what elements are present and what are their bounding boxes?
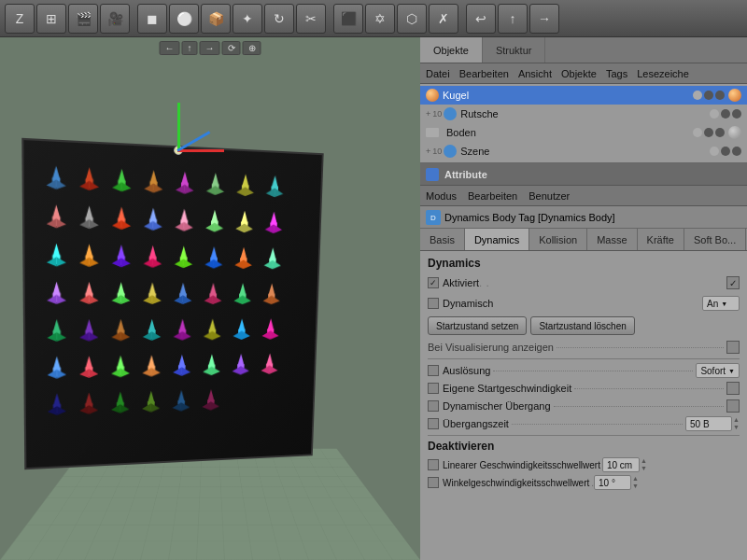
- svg-marker-94: [264, 260, 273, 270]
- tab-dynamics[interactable]: Dynamics: [465, 229, 529, 250]
- uebergang-value-cb[interactable]: [726, 399, 740, 413]
- svg-marker-64: [52, 244, 60, 257]
- attr-icon: [426, 168, 439, 181]
- svg-marker-108: [148, 282, 156, 295]
- obj-row-szene[interactable]: + 10 Szene: [420, 142, 747, 161]
- tab-masse[interactable]: Masse: [587, 229, 637, 250]
- obj-dot1-boden: [693, 128, 702, 137]
- uebergang-checkbox[interactable]: [428, 400, 439, 412]
- prop-row-auslosung: Auslösung Sofort: [428, 362, 740, 379]
- auslosung-checkbox[interactable]: [428, 365, 439, 376]
- svg-marker-23: [215, 186, 224, 195]
- svg-marker-131: [57, 332, 66, 342]
- tab-struktur[interactable]: Struktur: [483, 37, 546, 63]
- toolbar-icon-arrow1[interactable]: ↩: [466, 4, 496, 34]
- svg-marker-118: [204, 295, 214, 304]
- aktiviert-checkmark[interactable]: ✓: [726, 276, 740, 289]
- toolbar-icon-arrow2[interactable]: ↑: [498, 4, 528, 34]
- obj-sphere-icon-kugel: [728, 89, 741, 102]
- attribute-section: Attribute Modus Bearbeiten Benutzer D Dy…: [420, 163, 747, 560]
- linear-checkbox[interactable]: [428, 459, 439, 470]
- uebergangszeit-input[interactable]: 50 B: [685, 416, 732, 431]
- startgeschwindigkeit-checkbox[interactable]: [428, 383, 439, 394]
- menu-datei[interactable]: Datei: [426, 68, 450, 79]
- winkel-input[interactable]: 10 °: [594, 475, 631, 490]
- linear-down[interactable]: ▼: [641, 465, 647, 472]
- attr-header: Attribute: [420, 163, 747, 186]
- winkel-up[interactable]: ▲: [632, 475, 639, 483]
- svg-marker-110: [143, 295, 152, 304]
- dynamisch-checkbox[interactable]: [428, 298, 439, 309]
- toolbar-icon-arrow3[interactable]: →: [529, 4, 559, 34]
- linear-value: 10 cm ▲ ▼: [602, 457, 647, 472]
- svg-marker-162: [48, 370, 57, 379]
- toolbar-icon-misc1[interactable]: ⬛: [333, 4, 363, 34]
- uebergangszeit-checkbox[interactable]: [428, 418, 439, 429]
- svg-marker-175: [151, 368, 161, 377]
- svg-marker-138: [111, 332, 120, 342]
- startzustand-loeschen-button[interactable]: Startzustand löschen: [530, 316, 634, 335]
- svg-marker-80: [180, 245, 188, 259]
- tab-basis[interactable]: Basis: [420, 229, 465, 250]
- toolbar-icon-star[interactable]: ✦: [233, 4, 262, 34]
- attr-menu-modus[interactable]: Modus: [426, 190, 457, 202]
- toolbar-icon-z[interactable]: Z: [5, 4, 35, 34]
- winkel-down[interactable]: ▼: [632, 483, 639, 490]
- obj-row-boden[interactable]: Boden: [420, 123, 747, 142]
- auslosung-dropdown[interactable]: Sofort: [696, 363, 740, 378]
- toolbar-icon-cube[interactable]: ◼: [137, 4, 167, 34]
- menu-ansicht[interactable]: Ansicht: [518, 68, 552, 79]
- menu-objekte[interactable]: Objekte: [561, 68, 597, 79]
- tab-objekte[interactable]: Objekte: [420, 37, 483, 63]
- visualisierung-checkbox[interactable]: [726, 341, 740, 354]
- toolbar-icon-sphere[interactable]: ⚪: [169, 4, 199, 34]
- startzustand-setzen-button[interactable]: Startzustand setzen: [428, 316, 527, 335]
- uebergangszeit-up[interactable]: ▲: [733, 416, 740, 424]
- toolbar-icon-cut[interactable]: ✂: [296, 4, 326, 34]
- prop-row-winkel: Winkelgeschwindigkeitsschwellwert . 10 °…: [428, 474, 740, 491]
- svg-marker-58: [235, 223, 245, 232]
- menu-tags[interactable]: Tags: [606, 68, 627, 79]
- toolbar-icon-box[interactable]: 📦: [201, 4, 231, 34]
- scene-content: [0, 37, 420, 560]
- toolbar-icon-camera[interactable]: 🎥: [100, 4, 130, 34]
- svg-marker-202: [111, 404, 120, 413]
- menu-lesezeichen[interactable]: Lesezeiche: [637, 68, 689, 79]
- aktiviert-checkbox[interactable]: [428, 277, 439, 288]
- tab-kollision[interactable]: Kollision: [529, 229, 587, 250]
- svg-marker-170: [111, 369, 120, 378]
- toolbar-icon-rotate[interactable]: ↻: [264, 4, 294, 34]
- svg-marker-83: [183, 259, 192, 268]
- svg-marker-154: [233, 331, 241, 341]
- menu-bearbeiten[interactable]: Bearbeiten: [459, 68, 509, 79]
- startgeschwindigkeit-value-cb[interactable]: [726, 382, 740, 395]
- linear-up[interactable]: ▲: [641, 457, 647, 465]
- tab-softbo[interactable]: Soft Bo...: [684, 229, 746, 250]
- tab-kraefte[interactable]: Kräfte: [638, 229, 684, 250]
- linear-arrows: ▲ ▼: [641, 457, 647, 472]
- toolbar-icon-film[interactable]: 🎬: [68, 4, 98, 34]
- obj-dot2-boden: [704, 128, 713, 137]
- toolbar-icon-misc3[interactable]: ⬡: [397, 4, 427, 34]
- svg-marker-104: [118, 282, 125, 295]
- svg-marker-114: [174, 295, 183, 304]
- obj-row-kugel[interactable]: Kugel: [420, 86, 747, 105]
- linear-input[interactable]: 10 cm: [602, 457, 640, 472]
- aktiviert-label: Aktiviert . .: [443, 277, 726, 288]
- attr-menu-bearbeiten[interactable]: Bearbeiten: [468, 190, 517, 202]
- svg-marker-123: [243, 296, 251, 305]
- toolbar-icon-misc2[interactable]: ✡: [365, 4, 395, 34]
- toolbar-icon-select[interactable]: ⊞: [36, 4, 66, 34]
- obj-row-rutsche[interactable]: + 10 Rutsche: [420, 105, 747, 123]
- toolbar-icon-misc4[interactable]: ✗: [429, 4, 458, 34]
- svg-marker-68: [85, 244, 92, 257]
- svg-marker-6: [79, 180, 89, 190]
- main-toolbar: Z ⊞ 🎬 🎥 ◼ ⚪ 📦 ✦ ↻ ✂ ⬛ ✡ ⬡ ✗ ↩ ↑ →: [0, 0, 747, 37]
- svg-marker-91: [244, 259, 252, 269]
- dynamisch-dropdown[interactable]: An: [702, 296, 740, 311]
- viewport-3d[interactable]: ← ↑ → ⟳ ⊕: [0, 37, 420, 560]
- attr-menu-benutzer[interactable]: Benutzer: [529, 190, 570, 202]
- svg-marker-186: [233, 366, 241, 375]
- winkel-checkbox[interactable]: [428, 477, 439, 488]
- uebergangszeit-down[interactable]: ▼: [733, 424, 740, 431]
